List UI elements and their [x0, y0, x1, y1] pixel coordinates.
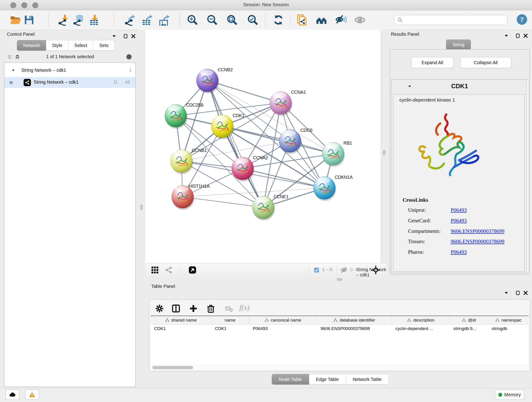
- table-panel-menu-caret[interactable]: [504, 290, 509, 296]
- crosslink-link[interactable]: 9606.ENSP00000378699: [451, 239, 505, 245]
- horizontal-splitter[interactable]: [145, 276, 532, 282]
- export-image-button[interactable]: [158, 14, 170, 26]
- memory-button[interactable]: Memory: [495, 390, 524, 400]
- node-details-header[interactable]: CDK1: [391, 80, 528, 94]
- import-network-database-button[interactable]: [72, 14, 84, 26]
- network-view-toolbar: String Network – cdk1 1 – 0 0 – 0: [145, 263, 386, 277]
- help-button[interactable]: ?: [517, 14, 527, 25]
- tab-network[interactable]: Network: [17, 40, 46, 51]
- crosslink-link[interactable]: 9606.ENSP00000378699: [451, 228, 505, 234]
- right-splitter-knob[interactable]: [383, 150, 385, 155]
- crosslink-row: Pharos:P06493: [408, 249, 424, 255]
- column-header[interactable]: canonical name: [249, 316, 317, 324]
- column-header[interactable]: description: [392, 316, 450, 324]
- show-columns-icon[interactable]: [171, 304, 181, 313]
- cell-database-identifier[interactable]: 9606.ENSP00000378699: [317, 325, 392, 333]
- tab-node-table[interactable]: Node Table: [272, 374, 309, 385]
- hide-glass-effect-button[interactable]: [335, 14, 347, 26]
- save-session-button[interactable]: [23, 14, 35, 26]
- column-header[interactable]: namespac: [488, 316, 529, 324]
- control-panel-menu-caret[interactable]: [111, 33, 117, 39]
- left-splitter[interactable]: [138, 30, 145, 263]
- open-session-button[interactable]: [9, 14, 21, 26]
- string-home-button[interactable]: [316, 14, 327, 26]
- collection-expand-caret[interactable]: [11, 68, 15, 72]
- cell-id[interactable]: stringdb:9...: [450, 325, 488, 333]
- tab-network-table[interactable]: Network Table: [346, 374, 389, 385]
- control-panel-float-button[interactable]: [123, 33, 128, 39]
- crosslink-row: Uniprot:P06493: [408, 207, 426, 213]
- cloud-button[interactable]: [6, 390, 19, 400]
- left-splitter-knob[interactable]: [140, 204, 143, 210]
- string-query-button[interactable]: [296, 14, 308, 26]
- warnings-button[interactable]: [25, 390, 39, 400]
- crosshair-icon[interactable]: [371, 265, 380, 274]
- node-description: cyclin-dependent kinase 1: [399, 97, 455, 103]
- string-network-graph[interactable]: CCNB2CCNA1CDC25BCDK1CDC6RB1CCNB1CCNA2CDK…: [145, 30, 381, 263]
- search-box: [394, 15, 507, 25]
- refresh-button[interactable]: [272, 14, 284, 26]
- column-header[interactable]: name: [211, 316, 249, 324]
- share-network-icon[interactable]: [165, 266, 173, 274]
- cell-canonical-name[interactable]: P06493: [249, 325, 317, 333]
- control-panel-close-button[interactable]: [131, 33, 136, 39]
- import-table-button[interactable]: [87, 14, 99, 26]
- add-column-icon[interactable]: [189, 304, 198, 313]
- export-table-button[interactable]: [141, 14, 152, 26]
- crosslink-link[interactable]: P06493: [451, 218, 467, 224]
- collapse-all-button[interactable]: Collapse All: [460, 57, 511, 68]
- cell-name[interactable]: CDK1: [211, 325, 249, 333]
- table-scrollbar-thumb[interactable]: [152, 366, 193, 369]
- crosslink-link[interactable]: P06493: [451, 249, 467, 255]
- tab-edge-table[interactable]: Edge Table: [309, 374, 346, 385]
- tab-style[interactable]: Style: [46, 40, 68, 51]
- crosslink-label: Tissues:: [408, 239, 425, 244]
- network-canvas[interactable]: CCNB2CCNA1CDC25BCDK1CDC6RB1CCNB1CCNA2CDK…: [145, 30, 381, 263]
- cell-namespace[interactable]: stringdb: [488, 325, 529, 333]
- column-type-icon: [333, 318, 338, 322]
- grid-layout-icon[interactable]: [151, 266, 159, 274]
- delete-column-icon[interactable]: [206, 304, 215, 313]
- node-details-body: cyclin-dependent kinase 1: [393, 94, 525, 272]
- birdseye-toggle-icon[interactable]: [188, 266, 196, 274]
- zoom-selected-button[interactable]: [247, 14, 259, 26]
- expand-all-button[interactable]: Expand All: [411, 57, 453, 68]
- cell-description[interactable]: cyclin-dependent ...: [392, 325, 450, 333]
- table-panel-close-button[interactable]: [523, 290, 528, 296]
- show-structures-button[interactable]: [354, 14, 366, 26]
- crosslink-label: Pharos:: [408, 249, 424, 255]
- horizontal-splitter-knob[interactable]: [337, 278, 342, 281]
- results-scrollbar[interactable]: [526, 80, 529, 273]
- svg-text:CDC25B: CDC25B: [186, 102, 203, 108]
- crosslink-link[interactable]: P06493: [451, 207, 467, 213]
- hidden-eye-slash-icon[interactable]: [340, 266, 348, 274]
- network-label: String Network – cdk1: [34, 80, 79, 85]
- export-network-button[interactable]: [123, 14, 135, 26]
- tab-select[interactable]: Select: [69, 40, 94, 51]
- table-settings-gear-icon[interactable]: [155, 304, 164, 313]
- network-collection-row[interactable]: String Network – cdk1 1: [4, 65, 135, 76]
- table-horizontal-scrollbar[interactable]: [151, 365, 529, 370]
- table-panel-float-button[interactable]: [515, 290, 520, 296]
- column-type-icon: [462, 318, 466, 322]
- zoom-out-button[interactable]: [206, 14, 218, 26]
- network-row-selected[interactable]: String Network – cdk1 11 48: [4, 77, 135, 88]
- network-options-gear-icon[interactable]: [126, 53, 133, 60]
- tab-sets[interactable]: Sets: [93, 40, 114, 51]
- zoom-in-button[interactable]: [186, 14, 198, 26]
- results-panel-close-button[interactable]: [523, 33, 528, 38]
- results-panel-float-button[interactable]: [515, 33, 520, 38]
- network-tree: String Network – cdk1 1 String Network –…: [4, 63, 136, 387]
- column-header[interactable]: shared name: [151, 316, 211, 324]
- column-header[interactable]: database identifier: [317, 316, 392, 324]
- table-row[interactable]: CDK1 CDK1 P06493 9606.ENSP00000378699 cy…: [151, 325, 529, 333]
- tab-string[interactable]: String: [446, 39, 471, 50]
- column-header[interactable]: @id: [450, 316, 488, 324]
- zoom-fit-button[interactable]: [226, 14, 238, 26]
- results-panel-menu-caret[interactable]: [504, 33, 509, 38]
- search-input[interactable]: [405, 17, 504, 23]
- selected-nodes-checkbox-icon[interactable]: [313, 267, 320, 273]
- right-splitter[interactable]: [381, 30, 387, 263]
- cell-shared-name[interactable]: CDK1: [151, 325, 211, 333]
- import-network-file-button[interactable]: [57, 14, 69, 26]
